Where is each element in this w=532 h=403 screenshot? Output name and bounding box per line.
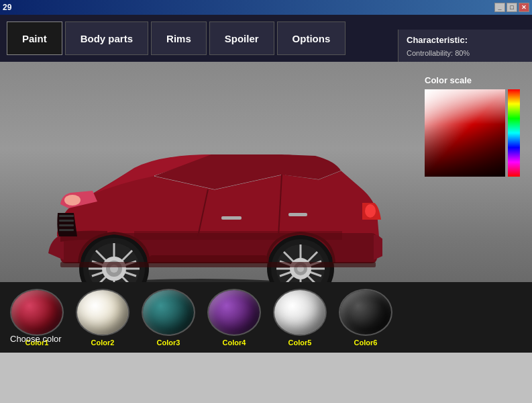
color-swatch-ball-4[interactable] bbox=[207, 289, 261, 336]
color-scale-panel: Color scale bbox=[425, 75, 525, 177]
title-bar: 29 _ □ ✕ bbox=[0, 0, 532, 15]
svg-rect-37 bbox=[60, 262, 376, 267]
color-swatch-3[interactable]: Color3 bbox=[142, 289, 195, 347]
color-swatch-ball-1[interactable] bbox=[10, 289, 64, 336]
color-swatch-4[interactable]: Color4 bbox=[207, 289, 261, 347]
window-title: 29 bbox=[3, 3, 11, 12]
svg-point-2 bbox=[64, 195, 81, 206]
close-button[interactable]: ✕ bbox=[519, 3, 529, 12]
nav-spoiler[interactable]: Spoiler bbox=[209, 21, 274, 55]
nav-options[interactable]: Options bbox=[277, 21, 346, 55]
color-swatch-ball-3[interactable] bbox=[142, 289, 195, 336]
minimize-button[interactable]: _ bbox=[494, 3, 505, 12]
color-6-label: Color6 bbox=[354, 339, 378, 347]
svg-rect-6 bbox=[59, 229, 74, 231]
maximize-button[interactable]: □ bbox=[507, 3, 517, 12]
bottom-panel: Color1 Color2 Color3 Color4 Color5 Color… bbox=[0, 282, 532, 353]
svg-rect-4 bbox=[59, 220, 74, 222]
color-4-label: Color4 bbox=[223, 339, 246, 347]
color-scale-title: Color scale bbox=[425, 75, 525, 85]
hue-bar[interactable] bbox=[508, 89, 520, 177]
svg-point-11 bbox=[365, 204, 376, 218]
svg-rect-9 bbox=[221, 216, 242, 220]
window-controls: _ □ ✕ bbox=[494, 3, 529, 12]
color-swatch-ball-2[interactable] bbox=[76, 289, 129, 336]
color-swatch-6[interactable]: Color6 bbox=[339, 289, 392, 347]
color-scale-container[interactable] bbox=[425, 89, 525, 177]
color-5-label: Color5 bbox=[288, 339, 312, 347]
color-gradient-picker[interactable] bbox=[425, 89, 505, 177]
color-swatch-ball-6[interactable] bbox=[339, 289, 392, 336]
color-swatch-ball-5[interactable] bbox=[273, 289, 327, 336]
char-title: Characteristic: bbox=[407, 35, 524, 45]
color-swatch-5[interactable]: Color5 bbox=[273, 289, 327, 347]
color-swatch-2[interactable]: Color2 bbox=[76, 289, 129, 347]
svg-rect-10 bbox=[288, 213, 307, 216]
svg-rect-3 bbox=[59, 215, 74, 217]
color-3-label: Color3 bbox=[157, 339, 180, 347]
nav-rims[interactable]: Rims bbox=[151, 21, 207, 55]
controllability-label: Controllability: 80% bbox=[407, 48, 524, 60]
color-2-label: Color2 bbox=[91, 339, 115, 347]
svg-rect-5 bbox=[59, 224, 74, 226]
nav-paint[interactable]: Paint bbox=[7, 21, 62, 55]
nav-body-parts[interactable]: Body parts bbox=[65, 21, 148, 55]
